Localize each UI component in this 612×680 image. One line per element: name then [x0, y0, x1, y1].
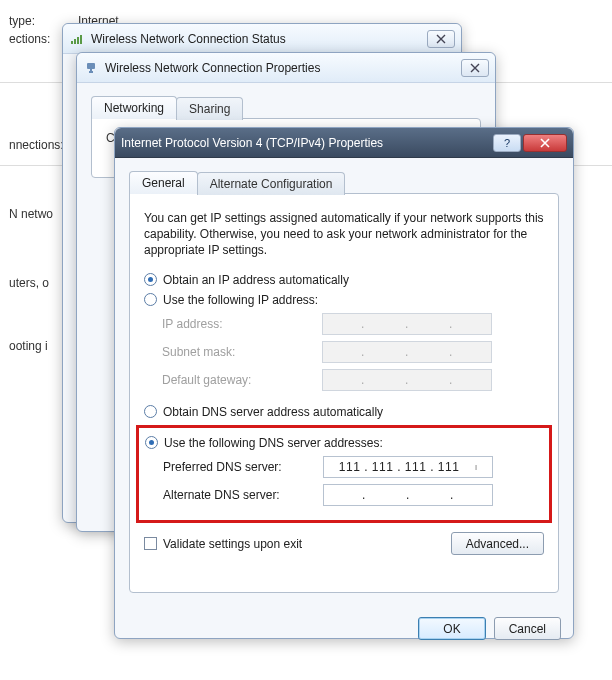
label-alternate-dns: Alternate DNS server:: [163, 488, 323, 502]
input-preferred-dns[interactable]: 111 . 111 . 111 . 111|: [323, 456, 493, 478]
radio-icon: [144, 405, 157, 418]
checkbox-label: Validate settings upon exit: [163, 537, 302, 551]
titlebar-conn-props[interactable]: Wireless Network Connection Properties: [77, 53, 495, 83]
input-ip-address: ...: [322, 313, 492, 335]
radio-icon: [145, 436, 158, 449]
cancel-button[interactable]: Cancel: [494, 617, 561, 640]
radio-dns-manual[interactable]: Use the following DNS server addresses:: [145, 436, 543, 450]
label-ip-address: IP address:: [162, 317, 322, 331]
field-subnet: Subnet mask: ...: [162, 341, 544, 363]
radio-label: Obtain an IP address automatically: [163, 273, 349, 287]
dns-highlight-box: Use the following DNS server addresses: …: [136, 425, 552, 523]
label-subnet: Subnet mask:: [162, 345, 322, 359]
radio-ip-auto[interactable]: Obtain an IP address automatically: [144, 273, 544, 287]
radio-label: Use the following DNS server addresses:: [164, 436, 383, 450]
bg-booting: ooting i: [9, 339, 48, 353]
text-caret: |: [475, 461, 477, 473]
radio-dns-auto[interactable]: Obtain DNS server address automatically: [144, 405, 544, 419]
svg-rect-3: [80, 35, 82, 44]
checkbox-validate[interactable]: Validate settings upon exit: [144, 537, 302, 551]
ok-button[interactable]: OK: [418, 617, 485, 640]
svg-rect-6: [90, 69, 92, 71]
svg-rect-4: [87, 63, 95, 69]
radio-label: Use the following IP address:: [163, 293, 318, 307]
close-button[interactable]: [523, 134, 567, 152]
svg-rect-0: [71, 41, 73, 44]
field-ip-address: IP address: ...: [162, 313, 544, 335]
intro-text: You can get IP settings assigned automat…: [144, 210, 544, 259]
input-alternate-dns[interactable]: ...: [323, 484, 493, 506]
radio-icon: [144, 293, 157, 306]
field-preferred-dns: Preferred DNS server: 111 . 111 . 111 . …: [163, 456, 543, 478]
input-gateway: ...: [322, 369, 492, 391]
svg-rect-5: [89, 71, 93, 73]
value-preferred-dns: 111 . 111 . 111 . 111: [339, 460, 460, 474]
bg-connections2: nnections:: [9, 138, 64, 152]
bg-ections: ections:: [9, 32, 50, 46]
bg-routers: uters, o: [9, 276, 49, 290]
help-button[interactable]: ?: [493, 134, 521, 152]
title-conn-props: Wireless Network Connection Properties: [105, 61, 455, 75]
radio-ip-manual[interactable]: Use the following IP address:: [144, 293, 544, 307]
dialog-footer: OK Cancel: [115, 607, 573, 652]
label-preferred-dns: Preferred DNS server:: [163, 460, 323, 474]
bg-type-label: type:: [9, 14, 35, 28]
window-ipv4-props: Internet Protocol Version 4 (TCP/IPv4) P…: [114, 127, 574, 639]
field-gateway: Default gateway: ...: [162, 369, 544, 391]
titlebar-ipv4[interactable]: Internet Protocol Version 4 (TCP/IPv4) P…: [115, 128, 573, 158]
field-alternate-dns: Alternate DNS server: ...: [163, 484, 543, 506]
radio-icon: [144, 273, 157, 286]
titlebar-status[interactable]: Wireless Network Connection Status: [63, 24, 461, 54]
tab-general[interactable]: General: [129, 171, 198, 194]
close-button[interactable]: [461, 59, 489, 77]
tab-alternate[interactable]: Alternate Configuration: [197, 172, 346, 195]
bg-network: N netwo: [9, 207, 53, 221]
title-ipv4: Internet Protocol Version 4 (TCP/IPv4) P…: [121, 136, 487, 150]
svg-rect-2: [77, 37, 79, 44]
tabpanel-general: You can get IP settings assigned automat…: [129, 193, 559, 593]
wifi-icon: [69, 31, 85, 47]
close-button[interactable]: [427, 30, 455, 48]
network-icon: [83, 60, 99, 76]
tab-networking[interactable]: Networking: [91, 96, 177, 119]
title-status: Wireless Network Connection Status: [91, 32, 421, 46]
client-ipv4: General Alternate Configuration You can …: [115, 158, 573, 607]
svg-rect-1: [74, 39, 76, 44]
tab-sharing[interactable]: Sharing: [176, 97, 243, 120]
checkbox-icon: [144, 537, 157, 550]
radio-label: Obtain DNS server address automatically: [163, 405, 383, 419]
advanced-button[interactable]: Advanced...: [451, 532, 544, 555]
label-gateway: Default gateway:: [162, 373, 322, 387]
input-subnet: ...: [322, 341, 492, 363]
